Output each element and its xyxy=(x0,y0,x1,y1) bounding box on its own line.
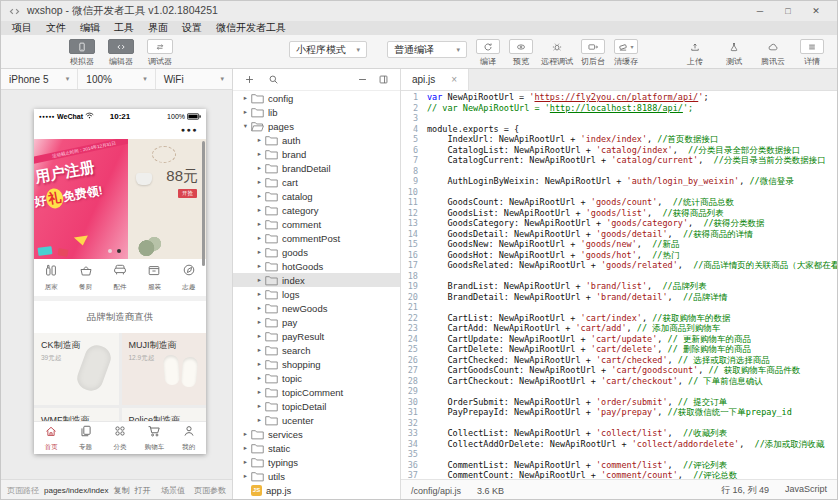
add-file-icon[interactable] xyxy=(244,71,255,89)
device-select[interactable]: iPhone 5 ▾ xyxy=(1,69,78,89)
menu-item-0[interactable]: 项目 xyxy=(5,21,39,35)
action-test[interactable]: 测试 xyxy=(721,39,747,67)
tabbar-label: 专题 xyxy=(79,443,92,452)
brand-card[interactable]: MUJI制造商12.9元起 xyxy=(122,333,207,405)
copy-path-button[interactable]: 复制 xyxy=(114,485,130,496)
tree-item-brand[interactable]: ▸brand xyxy=(233,147,400,161)
tree-item-pages[interactable]: ▾pages xyxy=(233,119,400,133)
tabbar-home[interactable]: 首页 xyxy=(34,422,68,454)
tree-item-cart[interactable]: ▸cart xyxy=(233,175,400,189)
maximize-button[interactable]: □ xyxy=(774,2,802,20)
action-details[interactable]: 详情 xyxy=(799,39,825,67)
tree-item-search[interactable]: ▸search xyxy=(233,343,400,357)
close-tab-icon[interactable]: × xyxy=(451,74,457,85)
cursor-position[interactable]: 行 16, 列 49 xyxy=(721,484,769,497)
action-bug[interactable]: 远程调试 xyxy=(541,39,573,67)
tree-item-typings[interactable]: ▸typings xyxy=(233,455,400,469)
tree-item-utils[interactable]: ▸utils xyxy=(233,469,400,483)
split-view-icon[interactable] xyxy=(378,71,389,89)
minimize-button[interactable]: ─ xyxy=(746,2,774,20)
search-icon[interactable] xyxy=(268,71,279,89)
tree-item-config[interactable]: ▸config xyxy=(233,91,400,105)
tree-item-app.js[interactable]: JSapp.js xyxy=(233,483,400,497)
tree-item-commentPost[interactable]: ▸commentPost xyxy=(233,231,400,245)
more-menu-icon[interactable]: ●●● xyxy=(181,126,198,133)
tabbar-topics[interactable]: 专题 xyxy=(68,422,102,454)
tree-item-topicDetail[interactable]: ▸topicDetail xyxy=(233,399,400,413)
chevron-down-icon: ▾ xyxy=(352,46,360,54)
menu-item-3[interactable]: 工具 xyxy=(107,21,141,35)
code-area[interactable]: 1var NewApiRootUrl = 'https://fly2you.cn… xyxy=(401,91,837,479)
view-toggle-group: 模拟器编辑器调试器 xyxy=(67,39,175,67)
action-upload[interactable]: 上传 xyxy=(682,39,708,67)
toggle-debugger[interactable]: 调试器 xyxy=(145,39,175,67)
tree-item-brandDetail[interactable]: ▸brandDetail xyxy=(233,161,400,175)
open-path-button[interactable]: 打开 xyxy=(135,485,151,496)
page-params-button[interactable]: 页面参数 xyxy=(194,485,226,496)
folder-icon xyxy=(265,261,278,272)
collapse-all-icon[interactable] xyxy=(357,71,368,89)
banner-buy-button[interactable]: 开抢 xyxy=(178,189,197,198)
tree-item-comment[interactable]: ▸comment xyxy=(233,217,400,231)
tree-item-auth[interactable]: ▸auth xyxy=(233,133,400,147)
line-number: 15 xyxy=(401,239,427,250)
menu-item-1[interactable]: 文件 xyxy=(39,21,73,35)
tab-api-js[interactable]: api.js × xyxy=(401,69,469,90)
tree-item-index[interactable]: ▸index xyxy=(233,273,400,287)
category-item[interactable]: 志趣 xyxy=(172,262,206,296)
tree-item-payResult[interactable]: ▸payResult xyxy=(233,329,400,343)
tree-item-label: category xyxy=(282,205,318,216)
banner-slide-register[interactable]: 活动截止时间：2014年12月31日 用户注册 好礼免费领! xyxy=(34,139,128,259)
language-mode[interactable]: JavaScript xyxy=(785,484,827,497)
mode-select[interactable]: 小程序模式 ▾ xyxy=(289,41,367,58)
tree-item-hotGoods[interactable]: ▸hotGoods xyxy=(233,259,400,273)
action-background[interactable]: 切后台 xyxy=(580,39,606,67)
plant-decoration xyxy=(136,235,162,257)
tabbar-cart[interactable]: 购物车 xyxy=(137,422,171,454)
action-refresh[interactable]: 编译 xyxy=(475,39,501,67)
tree-item-pay[interactable]: ▸pay xyxy=(233,315,400,329)
menu-item-2[interactable]: 编辑 xyxy=(73,21,107,35)
folder-icon xyxy=(265,345,278,356)
action-eye[interactable]: 预览 xyxy=(508,39,534,67)
tree-item-category[interactable]: ▸category xyxy=(233,203,400,217)
compile-mode-select[interactable]: 普通编译 ▾ xyxy=(387,41,467,58)
close-button[interactable]: ✕ xyxy=(802,2,830,20)
tree-item-static[interactable]: ▸static xyxy=(233,441,400,455)
category-item[interactable]: 配件 xyxy=(103,262,137,296)
tree-item-services[interactable]: ▸services xyxy=(233,427,400,441)
tree-item-lib[interactable]: ▸lib xyxy=(233,105,400,119)
menu-item-6[interactable]: 微信开发者工具 xyxy=(209,21,293,35)
network-select[interactable]: WiFi ▾ xyxy=(156,69,232,89)
action-cache[interactable]: ▾清缓存 xyxy=(613,39,639,67)
scene-value-button[interactable]: 场景值 xyxy=(161,485,185,496)
line-number: 21 xyxy=(401,302,427,313)
teapot-decoration xyxy=(136,173,152,185)
tree-item-topicComment[interactable]: ▸topicComment xyxy=(233,385,400,399)
folder-icon xyxy=(265,247,278,258)
brand-card[interactable]: CK制造商39元起 xyxy=(34,333,119,405)
category-item[interactable]: 餐厨 xyxy=(68,262,102,296)
menu-item-4[interactable]: 界面 xyxy=(141,21,175,35)
tree-item-catalog[interactable]: ▸catalog xyxy=(233,189,400,203)
phone-scrollbar[interactable] xyxy=(202,141,205,266)
banner-slide-next[interactable]: 88元 开抢 xyxy=(128,139,206,259)
tree-item-logs[interactable]: ▸logs xyxy=(233,287,400,301)
tabbar-profile[interactable]: 我的 xyxy=(172,422,206,454)
category-item[interactable]: 居家 xyxy=(34,262,68,296)
tree-item-topic[interactable]: ▸topic xyxy=(233,371,400,385)
action-cloud[interactable]: 腾讯云 xyxy=(760,39,786,67)
tree-item-newGoods[interactable]: ▸newGoods xyxy=(233,301,400,315)
tree-item-ucenter[interactable]: ▸ucenter xyxy=(233,413,400,427)
banner-decoration xyxy=(38,246,53,256)
tabbar-category[interactable]: 分类 xyxy=(103,422,137,454)
toggle-phone[interactable]: 模拟器 xyxy=(67,39,97,67)
category-item[interactable]: 服装 xyxy=(137,262,171,296)
zoom-select[interactable]: 100% ▾ xyxy=(78,69,155,89)
tree-item-shopping[interactable]: ▸shopping xyxy=(233,357,400,371)
menu-item-5[interactable]: 设置 xyxy=(175,21,209,35)
banner-carousel[interactable]: 活动截止时间：2014年12月31日 用户注册 好礼免费领! 88元 开抢 xyxy=(34,139,206,259)
code-line: 8 xyxy=(401,166,837,177)
toggle-code[interactable]: 编辑器 xyxy=(106,39,136,67)
tree-item-goods[interactable]: ▸goods xyxy=(233,245,400,259)
